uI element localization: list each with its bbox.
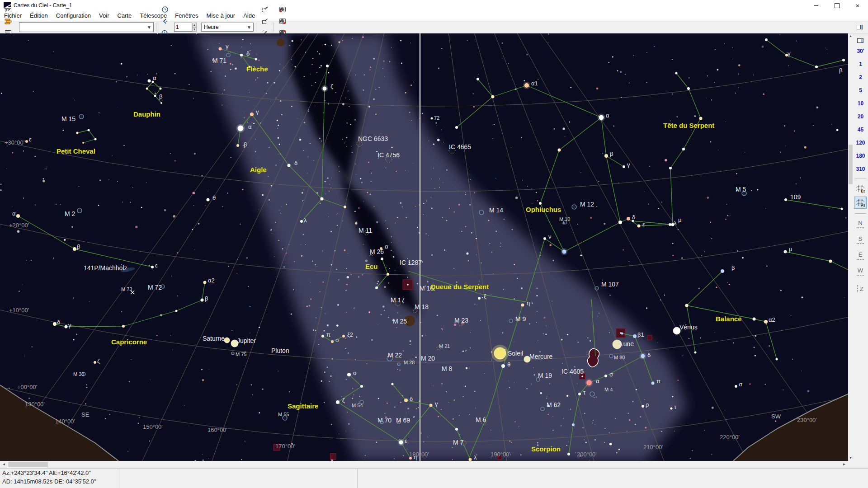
clock-icon[interactable]: [159, 4, 171, 15]
greek-letter-label: δ: [647, 352, 651, 358]
chart-settings-icon[interactable]: [2, 15, 14, 27]
close-button[interactable]: ×: [847, 0, 868, 11]
greek-letter-label: β: [610, 150, 613, 157]
menu-item-mise-a-jour[interactable]: Mise à jour: [203, 11, 240, 21]
coord-mode-az[interactable]: Az: [854, 197, 867, 209]
greek-letter-label: ε: [642, 221, 645, 228]
step-down-icon[interactable]: ▼: [192, 27, 197, 32]
object-label: Soleil: [508, 350, 523, 357]
menu-item-edition[interactable]: Édition: [26, 11, 52, 21]
greek-letter-label: β: [731, 264, 735, 271]
sidebar-toggle-icon[interactable]: [854, 34, 867, 47]
greek-letter-label: λ: [474, 454, 477, 461]
toolbar: ▼ ▲▼ Heure ▼: [0, 21, 868, 33]
greek-letter-label: γ: [256, 108, 259, 115]
chevron-down-icon[interactable]: ▼: [145, 23, 153, 32]
horizontal-scrollbar-thumb[interactable]: [8, 462, 48, 467]
fov-button-30-[interactable]: 30': [853, 45, 868, 57]
calendar-icon[interactable]: [2, 4, 14, 15]
azimuth-label: 170°00': [275, 443, 295, 450]
object-label: M 73: [121, 286, 132, 292]
object-label: M 17: [391, 296, 405, 304]
planet-saturne[interactable]: [224, 338, 230, 343]
object-label: 141P/Machholz: [84, 264, 127, 272]
greek-letter-label: β: [77, 243, 80, 250]
vertical-scrollbar-thumb[interactable]: [849, 145, 853, 184]
search-object-combobox[interactable]: ▼: [19, 22, 154, 32]
object-label: M 10: [559, 216, 570, 222]
object-label: Saturne: [203, 335, 225, 342]
object-label: NGC 6633: [358, 135, 388, 142]
greek-letter-label: σ: [609, 371, 613, 378]
greek-letter-label: α2: [208, 277, 215, 284]
scroll-left-icon[interactable]: ◄: [0, 461, 8, 468]
object-label: Vénus: [679, 324, 698, 331]
status-radec: AD: 14h15m08.52s DE:-04°35'52.0": [2, 478, 96, 485]
greek-letter-label: ε: [29, 136, 32, 143]
altitude-label: +20°00': [9, 222, 29, 229]
step-up-icon[interactable]: ▲: [192, 23, 197, 27]
fov-button-5[interactable]: 5: [853, 84, 868, 96]
greek-letter-label: γ: [627, 161, 630, 168]
search-input[interactable]: [19, 23, 145, 31]
eyepiece-frame-icon-1[interactable]: [276, 4, 289, 15]
menu-item-aide[interactable]: Aide: [239, 11, 259, 21]
direction-button-s[interactable]: S: [855, 235, 866, 247]
fov-button-10[interactable]: 10: [853, 98, 868, 109]
maximize-button[interactable]: [826, 0, 847, 11]
object-label: M 4: [604, 387, 613, 392]
greek-letter-label: γ: [226, 43, 229, 50]
menu-item-voir[interactable]: Voir: [95, 11, 113, 21]
sidebar-toggle-icon[interactable]: [854, 21, 866, 33]
object-label: Mercure: [529, 353, 553, 360]
minimize-button[interactable]: [806, 0, 826, 11]
azimuth-label: 200°00': [577, 451, 597, 458]
azimuth-label: 140°00': [55, 418, 75, 425]
fov-button-180[interactable]: 180: [853, 150, 868, 162]
menu-item-carte[interactable]: Carte: [113, 11, 136, 21]
menu-item-fenetres[interactable]: Fenêtres: [171, 11, 202, 21]
object-label: M 75: [236, 352, 246, 357]
scroll-down-icon[interactable]: ▼: [848, 455, 853, 461]
fov-button-2[interactable]: 2: [853, 71, 868, 83]
object-label: Jupiter: [237, 337, 256, 344]
reduce-field-icon[interactable]: [259, 15, 271, 27]
window-title: Cartes du Ciel - Carte_1: [14, 2, 72, 9]
object-label: M 20: [421, 355, 435, 362]
greek-letter-label: α: [153, 75, 156, 81]
chevron-down-icon[interactable]: ▼: [245, 23, 253, 31]
scroll-right-icon[interactable]: ►: [840, 461, 848, 468]
status-bar: Az:+243°23'34.4" Alt:+16°42'42.0" AD: 14…: [0, 468, 868, 488]
vertical-scrollbar[interactable]: ▲ ▼: [848, 33, 853, 461]
object-label: M 9: [515, 315, 526, 323]
coord-mode-eq[interactable]: Eq: [854, 183, 867, 195]
direction-button-e[interactable]: E: [855, 251, 866, 263]
time-unit-select[interactable]: Heure ▼: [201, 23, 254, 32]
greek-letter-label: λ: [304, 217, 307, 224]
time-step-stepper[interactable]: ▲▼: [174, 23, 197, 32]
step-back-icon[interactable]: [159, 15, 171, 27]
fov-button-1[interactable]: 1: [853, 58, 868, 70]
scroll-up-icon[interactable]: ▲: [848, 33, 853, 39]
fov-button-310[interactable]: 310: [853, 163, 868, 175]
direction-button-w[interactable]: W: [855, 267, 866, 279]
greek-letter-label: ζ: [342, 397, 345, 404]
menu-item-configuration[interactable]: Configuration: [52, 11, 95, 21]
greek-letter-label: ξ: [484, 293, 486, 300]
object-label: M 2: [65, 210, 75, 217]
planet-soleil[interactable]: [491, 345, 509, 362]
object-label: M 5: [736, 186, 746, 193]
fov-button-45[interactable]: 45: [853, 124, 868, 136]
fov-button-20[interactable]: 20: [853, 111, 868, 122]
direction-button-z[interactable]: Z: [855, 283, 866, 295]
fov-button-120[interactable]: 120: [853, 137, 868, 149]
direction-button-n[interactable]: N: [855, 220, 866, 231]
separator: [855, 213, 866, 214]
status-azalt: Az:+243°23'34.4" Alt:+16°42'42.0": [2, 469, 91, 476]
sky-chart[interactable]: Coord. Alt/Az MERApparenteDijon2020-12-1…: [0, 33, 848, 461]
eyepiece-frame-icon-2[interactable]: [276, 15, 289, 27]
horizontal-scrollbar[interactable]: ◄ ►: [0, 461, 848, 468]
expand-field-icon[interactable]: [259, 4, 271, 15]
time-step-input[interactable]: [174, 23, 192, 32]
greek-letter-label: λ: [674, 220, 677, 226]
